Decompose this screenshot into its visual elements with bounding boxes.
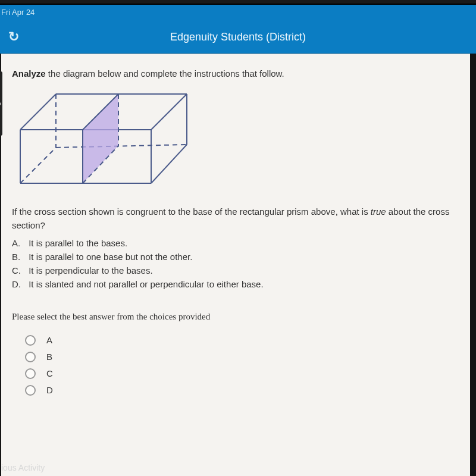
select-prompt: Please select the best answer from the c… — [12, 312, 453, 322]
prism-diagram — [14, 88, 453, 192]
question-stem: If the cross section shown is congruent … — [12, 205, 453, 233]
radio-b[interactable] — [25, 352, 36, 362]
tablet-frame: Fri Apr 24 ↻ Edgenuity Students (Distric… — [0, 4, 476, 476]
answer-choices: A B C D — [25, 335, 453, 396]
radio-d[interactable] — [25, 385, 36, 396]
answer-label-d: D — [46, 385, 53, 395]
prism-svg — [14, 88, 193, 189]
page-title: Edgenuity Students (District) — [0, 31, 476, 43]
status-bar: Fri Apr 24 — [0, 5, 476, 20]
option-b-text: B. It is parallel to one base but not th… — [12, 250, 453, 264]
svg-line-9 — [56, 145, 187, 148]
answer-row-d[interactable]: D — [25, 385, 453, 396]
previous-activity-button[interactable]: ious Activity — [1, 463, 45, 472]
answer-row-c[interactable]: C — [25, 368, 453, 379]
browser-nav-bar: ↻ Edgenuity Students (District) — [0, 20, 476, 54]
instruction-text: Analyze the diagram below and complete t… — [12, 68, 453, 79]
status-date: Fri Apr 24 — [1, 8, 35, 17]
option-c-text: C. It is perpendicular to the bases. — [12, 264, 453, 277]
chevron-left-icon: ◂ — [0, 100, 1, 107]
answer-label-a: A — [46, 335, 52, 345]
side-expand-tab[interactable]: ◂ — [0, 71, 2, 136]
svg-line-8 — [151, 145, 187, 183]
svg-marker-12 — [83, 94, 118, 183]
svg-line-6 — [20, 94, 56, 130]
option-a-text: A. It is parallel to the bases. — [12, 236, 453, 250]
radio-a[interactable] — [25, 335, 36, 346]
answer-label-b: B — [46, 352, 52, 362]
answer-row-b[interactable]: B — [25, 352, 453, 362]
answer-label-c: C — [46, 368, 53, 378]
quiz-content: Analyze the diagram below and complete t… — [1, 54, 470, 476]
radio-c[interactable] — [25, 368, 36, 379]
option-d-text: D. It is slanted and not parallel or per… — [12, 277, 453, 291]
svg-line-7 — [151, 94, 187, 130]
svg-line-11 — [20, 148, 56, 183]
answer-row-a[interactable]: A — [25, 335, 453, 346]
